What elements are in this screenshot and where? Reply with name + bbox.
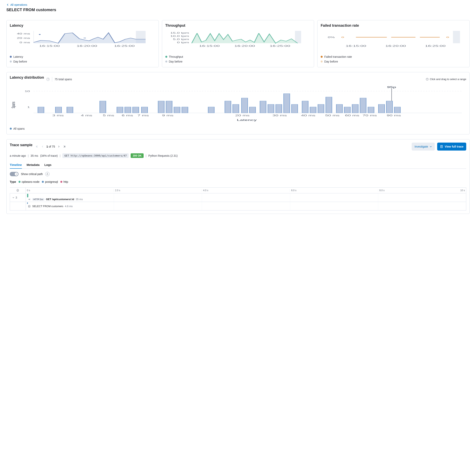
failrate-card: Failed transaction rate 0% 16:15:00 16:2… xyxy=(317,20,470,67)
help-icon[interactable]: ? xyxy=(46,78,49,81)
svg-rect-58 xyxy=(284,94,290,113)
critical-path-label: Show critical path xyxy=(21,173,43,176)
trace-client: Python Requests (2.31) xyxy=(148,154,178,157)
first-page-button[interactable] xyxy=(35,145,39,148)
svg-rect-65 xyxy=(344,107,350,113)
document-icon xyxy=(440,145,443,148)
info-icon xyxy=(426,78,429,81)
distribution-hint: Click and drag to select a range xyxy=(426,78,466,81)
svg-rect-54 xyxy=(249,107,255,113)
svg-rect-70 xyxy=(386,101,393,113)
svg-rect-48 xyxy=(174,107,180,113)
next-page-button[interactable] xyxy=(57,145,60,148)
latency-distribution-card: Latency distribution ? 75 total spans Cl… xyxy=(6,72,470,135)
failrate-chart[interactable]: 0% 16:15:00 16:20:00 16:25:00 xyxy=(321,31,466,53)
svg-text:Spans: Spans xyxy=(11,102,16,108)
status-badge: 200 OK xyxy=(131,153,144,158)
waterfall-row[interactable]: SELECT FROM customers 4.6 ms xyxy=(10,202,466,211)
waterfall-row[interactable]: 3 HTTP 2xx GET /api/customers/:id 35 ms xyxy=(10,193,466,202)
svg-text:Latency: Latency xyxy=(237,119,257,121)
svg-rect-50 xyxy=(208,107,214,113)
svg-rect-42 xyxy=(117,107,123,113)
svg-text:70 ms: 70 ms xyxy=(362,114,377,117)
trace-url-badge: GET http://opbeans:3000/api/customers/47 xyxy=(62,153,129,158)
legend-dot-icon xyxy=(10,60,12,63)
type-item[interactable]: http xyxy=(60,180,68,184)
svg-text:3 ms: 3 ms xyxy=(52,114,64,117)
distribution-subtitle: 75 total spans xyxy=(55,78,72,81)
svg-rect-19 xyxy=(453,31,460,43)
trace-pager: 1 of 75 xyxy=(35,145,66,148)
collapse-icon[interactable] xyxy=(10,188,26,193)
svg-text:16:15:00: 16:15:00 xyxy=(39,45,60,47)
svg-rect-52 xyxy=(233,104,239,113)
legend-dot-icon xyxy=(60,181,62,183)
svg-rect-69 xyxy=(379,104,385,113)
svg-text:40 ms: 40 ms xyxy=(17,32,30,35)
latency-card: Latency 40 ms 20 ms 0 ms 16:15:00 16:20:… xyxy=(6,20,159,67)
svg-text:15.0 tpm: 15.0 tpm xyxy=(170,32,189,34)
trace-age: a minute ago xyxy=(10,154,26,157)
svg-text:16:20:00: 16:20:00 xyxy=(77,45,97,47)
pager-text: 1 of 75 xyxy=(46,145,55,148)
svg-text:5 ms: 5 ms xyxy=(103,114,114,117)
legend-dot-icon xyxy=(10,128,12,130)
svg-rect-61 xyxy=(310,107,316,113)
critical-path-toggle[interactable] xyxy=(10,172,19,176)
span-duration: 4.6 ms xyxy=(65,205,73,208)
legend-item[interactable]: Failed transaction rate xyxy=(321,54,466,59)
breadcrumb-label: All operations xyxy=(10,3,27,6)
type-item[interactable]: opbeans-node xyxy=(19,180,40,184)
latency-title: Latency xyxy=(10,23,155,28)
svg-point-24 xyxy=(447,37,449,38)
tab-timeline[interactable]: Timeline xyxy=(10,161,22,168)
view-full-trace-button[interactable]: View full trace xyxy=(437,143,466,151)
last-page-button[interactable] xyxy=(63,145,66,148)
latency-chart[interactable]: 40 ms 20 ms 0 ms 16:15:00 16:20:00 16:25… xyxy=(10,31,155,53)
throughput-card: Throughput 15.0 tpm 10.0 tpm 5.0 tpm 0 t… xyxy=(162,20,314,67)
distribution-chart[interactable]: Spans 10 1 95p xyxy=(10,86,466,124)
svg-rect-64 xyxy=(336,104,343,113)
span-duration: 35 ms xyxy=(76,198,83,201)
svg-text:10.0 tpm: 10.0 tpm xyxy=(170,35,189,37)
svg-rect-63 xyxy=(326,97,332,113)
trace-pct: (34% of trace) xyxy=(40,154,58,157)
prev-page-button[interactable] xyxy=(41,145,44,148)
beta-icon[interactable] xyxy=(45,172,49,176)
legend-item[interactable]: Day before xyxy=(321,59,466,64)
svg-text:0 ms: 0 ms xyxy=(19,41,30,44)
svg-text:16:25:00: 16:25:00 xyxy=(114,45,135,47)
legend-item[interactable]: Day before xyxy=(10,59,155,64)
tab-logs[interactable]: Logs xyxy=(44,161,52,168)
svg-point-5 xyxy=(39,34,41,35)
svg-rect-53 xyxy=(242,98,248,113)
throughput-chart[interactable]: 15.0 tpm 10.0 tpm 5.0 tpm 0 tpm 16:15:00… xyxy=(165,31,311,53)
svg-rect-14 xyxy=(295,31,301,43)
chevron-down-icon xyxy=(12,197,14,199)
svg-text:16:15:00: 16:15:00 xyxy=(199,45,220,47)
svg-rect-44 xyxy=(133,107,139,113)
legend-item[interactable]: Throughput xyxy=(165,54,311,59)
svg-text:0%: 0% xyxy=(328,36,335,39)
trace-duration: 35 ms xyxy=(31,154,38,157)
span-name: GET /api/customers/:id xyxy=(46,198,74,201)
investigate-button[interactable]: Investigate xyxy=(412,143,435,151)
type-item[interactable]: postgresql xyxy=(42,180,58,184)
breadcrumb-back[interactable]: All operations xyxy=(6,3,470,6)
legend-dot-icon xyxy=(19,181,20,183)
svg-text:1: 1 xyxy=(27,106,30,108)
failrate-title: Failed transaction rate xyxy=(321,23,466,28)
svg-point-30 xyxy=(427,78,427,79)
trace-sample-card: Trace sample 1 of 75 xyxy=(6,139,470,214)
svg-rect-59 xyxy=(291,104,298,113)
svg-point-94 xyxy=(29,205,30,206)
waterfall-timeline: 0 s 2.0 s 4.0 s 6.0 s 8.0 s 10 s 3 HTTP … xyxy=(10,187,466,211)
divider xyxy=(52,77,52,82)
tab-metadata[interactable]: Metadata xyxy=(27,161,40,168)
svg-text:7 ms: 7 ms xyxy=(137,114,149,117)
legend-item[interactable]: Day before xyxy=(165,59,311,64)
legend-dot-icon xyxy=(165,56,167,58)
legend-item[interactable]: Latency xyxy=(10,54,155,59)
legend-item-all-spans[interactable]: All spans xyxy=(10,126,466,131)
throughput-title: Throughput xyxy=(165,23,311,28)
